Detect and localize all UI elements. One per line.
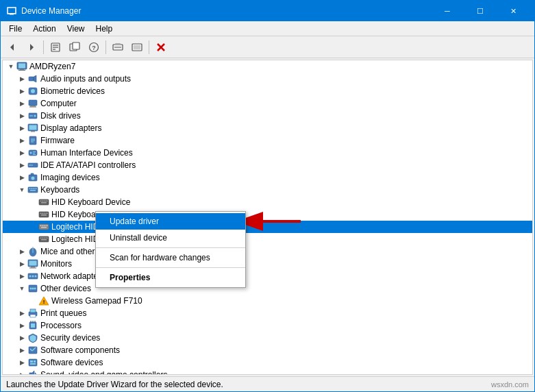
svg-rect-73 — [42, 225, 44, 227]
svg-rect-2 — [8, 13, 15, 14]
tree-mice[interactable]: ▶ Mice and other pointing devices — [3, 245, 532, 258]
security-label: Security devices — [40, 333, 100, 343]
toolbar-help[interactable]: ? — [85, 39, 103, 56]
svg-marker-115 — [29, 371, 34, 375]
tree-firmware[interactable]: ▶ Firmware — [3, 134, 532, 147]
tree-print[interactable]: ▶ Print queues — [3, 307, 532, 319]
toolbar-properties[interactable] — [47, 39, 64, 56]
svg-rect-0 — [8, 8, 16, 14]
main-content: ▼ AMDRyzen7 ▶ — [1, 58, 534, 376]
tree-processors[interactable]: ▶ Processors — [3, 319, 532, 332]
svg-rect-80 — [45, 238, 46, 239]
svg-rect-70 — [41, 215, 47, 216]
monitors-icon — [27, 258, 38, 269]
tree-display[interactable]: ▶ Display adapters — [3, 122, 532, 134]
tree-sw-devices[interactable]: ▶ Software devices — [3, 356, 532, 369]
expand-sw-components[interactable]: ▶ — [16, 345, 27, 356]
sw-devices-label: Software devices — [40, 358, 103, 367]
expand-monitors[interactable]: ▶ — [16, 258, 27, 269]
svg-point-27 — [31, 89, 35, 93]
tree-disk[interactable]: ▶ Disk drives — [3, 110, 532, 122]
toolbar-scan[interactable] — [109, 39, 127, 56]
tree-hid-kbd-1[interactable]: HID Keyboard Device — [3, 196, 532, 208]
expand-ide[interactable]: ▶ — [16, 160, 27, 171]
expand-disk[interactable]: ▶ — [16, 110, 27, 121]
tree-imaging[interactable]: ▶ Imaging devices — [3, 171, 532, 184]
toolbar-forward[interactable] — [23, 39, 40, 56]
toolbar-remove[interactable] — [152, 39, 170, 56]
expand-firmware[interactable]: ▶ — [16, 135, 27, 146]
svg-rect-113 — [34, 360, 36, 363]
expand-mice[interactable]: ▶ — [16, 246, 27, 257]
expand-security[interactable]: ▶ — [16, 332, 27, 343]
maximize-button[interactable]: ☐ — [464, 1, 496, 21]
menu-file[interactable]: File — [3, 23, 27, 35]
tree-sound[interactable]: ▶ Sound, video and game controllers — [3, 369, 532, 375]
expand-keyboards[interactable]: ▼ — [16, 184, 27, 195]
minimize-button[interactable]: ─ — [432, 1, 463, 21]
tree-hid[interactable]: ▶ Human Interface Devices — [3, 147, 532, 159]
tree-biometric[interactable]: ▶ Biometric devices — [3, 85, 532, 97]
computer-icon — [16, 61, 27, 72]
expand-biometric[interactable]: ▶ — [16, 86, 27, 97]
expand-hid[interactable]: ▶ — [16, 147, 27, 158]
expand-hid-kbd-2 — [27, 209, 38, 220]
ide-label: IDE ATA/ATAPI controllers — [40, 160, 136, 170]
svg-rect-58 — [30, 190, 36, 191]
app-icon — [6, 5, 17, 16]
tree-network[interactable]: ▶ Network adapters — [3, 270, 532, 282]
menu-view[interactable]: View — [62, 23, 90, 35]
tree-gamepad[interactable]: ! Wireless Gamepad F710 — [3, 295, 532, 307]
tree-monitors[interactable]: ▶ Monitors — [3, 258, 532, 270]
close-button[interactable]: ✕ — [497, 1, 529, 21]
monitors-label: Monitors — [40, 259, 72, 269]
tree-keyboards[interactable]: ▼ Keyboards — [3, 184, 532, 196]
expand-processors[interactable]: ▶ — [16, 320, 27, 331]
svg-text:!: ! — [43, 299, 45, 305]
sw-components-icon — [27, 345, 38, 356]
tree-audio[interactable]: ▶ Audio inputs and outputs — [3, 73, 532, 85]
menu-help[interactable]: Help — [90, 23, 119, 35]
expand-imaging[interactable]: ▶ — [16, 172, 27, 183]
tree-ide[interactable]: ▶ IDE ATA/ATAPI controllers — [3, 159, 532, 171]
sound-label: Sound, video and game controllers — [40, 370, 167, 375]
toolbar-update[interactable] — [66, 39, 84, 56]
toolbar-device[interactable] — [128, 39, 146, 56]
expand-sound[interactable]: ▶ — [16, 369, 27, 375]
tree-hid-kbd-2[interactable]: HID Keyboard Device — [3, 208, 532, 221]
ctx-uninstall-device[interactable]: Uninstall device — [96, 230, 245, 246]
tree-logitech-2[interactable]: Logitech HID-compliant keyboard — [3, 233, 532, 245]
toolbar-back[interactable] — [3, 39, 21, 56]
expand-root[interactable]: ▼ — [5, 61, 16, 72]
firmware-icon — [27, 135, 38, 146]
warning-icon: ! — [38, 295, 49, 306]
hid-kbd-1-label: HID Keyboard Device — [51, 197, 130, 207]
tree-logitech-1[interactable]: Logitech HID-compliant keyboard — [3, 221, 532, 233]
ctx-scan-changes[interactable]: Scan for hardware changes — [96, 249, 245, 266]
tree-root[interactable]: ▼ AMDRyzen7 — [3, 60, 532, 73]
svg-rect-45 — [33, 154, 36, 155]
expand-print[interactable]: ▶ — [16, 308, 27, 319]
expand-audio[interactable]: ▶ — [16, 73, 27, 84]
tree-other[interactable]: ▼ Other devices — [3, 282, 532, 295]
expand-network[interactable]: ▶ — [16, 271, 27, 282]
tree-security[interactable]: ▶ Security devices — [3, 332, 532, 344]
svg-marker-25 — [34, 75, 36, 82]
menu-action[interactable]: Action — [27, 23, 61, 35]
svg-point-42 — [30, 152, 32, 154]
tree-computer[interactable]: ▶ Computer — [3, 97, 532, 110]
expand-sw-devices[interactable]: ▶ — [16, 357, 27, 368]
svg-point-51 — [32, 177, 35, 180]
other-icon — [27, 283, 38, 294]
svg-rect-81 — [47, 238, 48, 239]
disk-icon — [27, 110, 38, 121]
device-tree[interactable]: ▼ AMDRyzen7 ▶ — [2, 60, 533, 375]
ctx-properties[interactable]: Properties — [96, 269, 245, 286]
tree-sw-components[interactable]: ▶ Software components — [3, 344, 532, 356]
svg-text:?: ? — [92, 45, 96, 51]
expand-computer[interactable]: ▶ — [16, 98, 27, 109]
computer-cat-label: Computer — [40, 99, 77, 108]
expand-display[interactable]: ▶ — [16, 123, 27, 134]
ctx-update-driver[interactable]: Update driver — [96, 213, 245, 230]
expand-other[interactable]: ▼ — [16, 283, 27, 294]
